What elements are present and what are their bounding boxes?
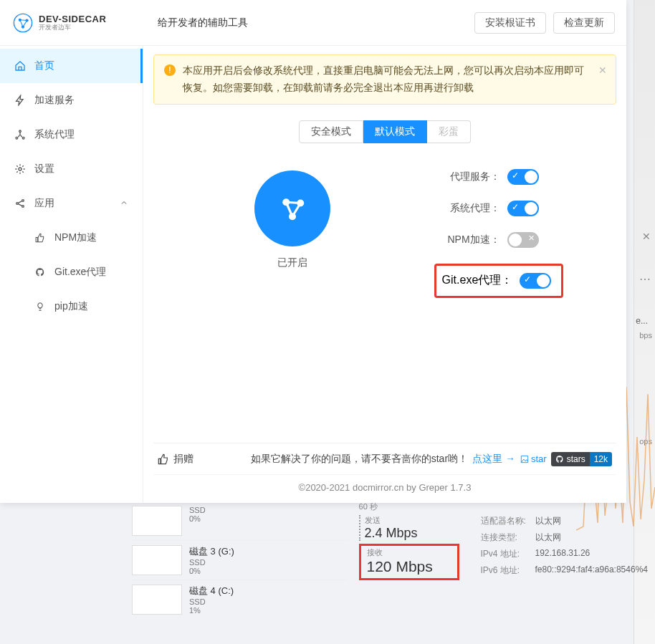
mode-tab-egg: 彩蛋 xyxy=(427,120,471,143)
sidebar-item-label: NPM加速 xyxy=(54,231,97,244)
sidebar-item-home[interactable]: 首页 xyxy=(0,49,143,83)
switch-row-system-proxy: 系统代理： xyxy=(439,201,616,216)
disk-row[interactable]: 磁盘 4 (C:) SSD 1% xyxy=(132,580,348,619)
home-icon xyxy=(14,60,26,72)
sidebar-item-label: 应用 xyxy=(34,197,54,210)
header: DEV-SIDECAR 开发者边车 给开发者的辅助工具 安装根证书 检查更新 xyxy=(0,0,626,46)
power-status-label: 已开启 xyxy=(277,256,307,269)
install-cert-button[interactable]: 安装根证书 xyxy=(474,12,546,34)
net-recv-value: 120 Mbps xyxy=(367,558,451,575)
power-toggle-button[interactable] xyxy=(254,170,330,246)
footer-copyright: ©2020-2021 docmirror.cn by Greper 1.7.3 xyxy=(153,474,616,503)
net-recv-label: 接收 xyxy=(367,547,451,558)
ipv4-val: 192.168.31.26 xyxy=(535,548,591,560)
net-send-value: 2.4 Mbps xyxy=(365,526,459,541)
github-icon xyxy=(555,455,564,463)
power-logo-icon xyxy=(274,191,310,226)
net-send-label: 发送 xyxy=(365,515,459,526)
switch-label: 系统代理： xyxy=(439,202,500,215)
sidebar-item-apps[interactable]: 应用 xyxy=(0,186,143,221)
sidebar-subitem-npm[interactable]: NPM加速 xyxy=(0,221,143,255)
switch-row-npm-accel: NPM加速： xyxy=(439,232,616,248)
sidebar-item-accel[interactable]: 加速服务 xyxy=(0,83,143,117)
disk-row[interactable]: SSD 0% xyxy=(132,501,348,540)
highlighted-recv: 接收 120 Mbps xyxy=(359,544,459,580)
edge-unit-bps: bps xyxy=(639,331,652,340)
star-prompt-text: 如果它解决了你的问题，请不要吝啬你的star哟！ xyxy=(251,453,468,466)
github-stars-badge[interactable]: stars 12k xyxy=(551,452,612,466)
edge-unit-ops: ops xyxy=(639,437,652,446)
sidebar-subitem-git[interactable]: Git.exe代理 xyxy=(0,255,143,289)
adapter-name-key: 适配器名称: xyxy=(481,515,535,527)
disk-type: SSD xyxy=(189,558,234,567)
disk-type: SSD xyxy=(189,597,234,606)
disk-name: 磁盘 4 (C:) xyxy=(189,585,234,597)
disk-pct: 1% xyxy=(189,606,234,615)
sidebar-item-proxy[interactable]: 系统代理 xyxy=(0,117,143,152)
alert-text: 本应用开启后会修改系统代理，直接重启电脑可能会无法上网，您可以再次启动本应用即可… xyxy=(183,64,584,93)
conn-type-val: 以太网 xyxy=(535,532,561,544)
github-icon xyxy=(34,266,46,278)
sidebar: 首页 加速服务 系统代理 设置 应用 NPM加速 xyxy=(0,46,143,503)
mode-tabs: 安全模式 默认模式 彩蛋 xyxy=(153,120,616,143)
svg-point-7 xyxy=(16,137,18,139)
svg-point-0 xyxy=(14,14,32,32)
switch-label: NPM加速： xyxy=(439,234,500,246)
close-icon[interactable]: ✕ xyxy=(642,231,651,242)
more-icon: ⋯ xyxy=(639,272,652,286)
svg-line-19 xyxy=(292,203,300,216)
proxy-service-switch[interactable] xyxy=(507,169,539,185)
sidebar-item-settings[interactable]: 设置 xyxy=(0,152,143,186)
svg-line-17 xyxy=(286,202,300,203)
check-update-button[interactable]: 检查更新 xyxy=(553,12,615,34)
page-title: 给开发者的辅助工具 xyxy=(143,16,474,29)
sidebar-item-label: Git.exe代理 xyxy=(54,266,106,279)
broken-image-alt: star xyxy=(531,453,547,464)
sidebar-item-label: 系统代理 xyxy=(34,128,75,141)
conn-type-key: 连接类型: xyxy=(481,532,535,544)
sidebar-subitem-pip[interactable]: pip加速 xyxy=(0,289,143,324)
highlighted-git-proxy: Git.exe代理： xyxy=(434,264,563,298)
svg-line-18 xyxy=(286,202,292,216)
switch-label: 代理服务： xyxy=(439,170,500,183)
system-proxy-switch[interactable] xyxy=(507,201,539,216)
svg-line-5 xyxy=(20,19,23,27)
sidebar-item-label: pip加速 xyxy=(54,300,88,313)
bottom-bar: 捐赠 如果它解决了你的问题，请不要吝啬你的star哟！ 点这里 → star s… xyxy=(153,443,616,474)
ipv6-key: IPv6 地址: xyxy=(481,564,535,577)
mode-tab-safe[interactable]: 安全模式 xyxy=(299,120,363,143)
svg-point-10 xyxy=(19,168,21,170)
network-icon xyxy=(14,129,26,140)
broken-image-star[interactable]: star xyxy=(520,453,547,464)
disk-pct: 0% xyxy=(189,514,206,523)
git-proxy-switch[interactable] xyxy=(520,273,551,289)
mode-tab-default[interactable]: 默认模式 xyxy=(363,120,427,143)
background-taskmgr: SSD 0% 磁盘 3 (G:) SSD 0% 磁盘 4 (C:) SSD 1%… xyxy=(132,501,648,619)
switch-row-proxy-service: 代理服务： xyxy=(439,169,616,185)
gh-stars-label: stars xyxy=(567,454,585,464)
sidebar-item-label: 首页 xyxy=(34,59,54,72)
donate-button[interactable]: 捐赠 xyxy=(158,453,193,466)
switch-label: Git.exe代理： xyxy=(442,273,513,288)
disk-row[interactable]: 磁盘 3 (G:) SSD 0% xyxy=(132,540,348,580)
disk-pct: 0% xyxy=(189,567,234,575)
thumb-icon xyxy=(34,232,46,244)
disk-name: 磁盘 3 (G:) xyxy=(189,545,234,558)
adapter-name-val: 以太网 xyxy=(535,515,561,527)
star-link[interactable]: 点这里 → xyxy=(472,453,515,466)
gh-stars-count: 12k xyxy=(590,452,612,466)
svg-point-8 xyxy=(22,137,24,139)
svg-point-11 xyxy=(16,203,19,205)
sidebar-item-label: 设置 xyxy=(34,163,54,176)
disk-thumb xyxy=(132,506,182,536)
share-icon xyxy=(14,198,26,209)
ipv6-val: fe80::9294:faf4:a96a:8546%4 xyxy=(535,564,648,577)
alert-close-icon[interactable]: ✕ xyxy=(598,62,607,80)
bolt-icon xyxy=(14,95,26,106)
ipv4-key: IPv4 地址: xyxy=(481,548,535,560)
net-timespan: 60 秒 xyxy=(359,501,648,512)
svg-line-4 xyxy=(20,19,27,20)
donate-label: 捐赠 xyxy=(173,453,193,466)
disk-thumb xyxy=(132,585,182,615)
npm-accel-switch[interactable] xyxy=(507,232,539,248)
